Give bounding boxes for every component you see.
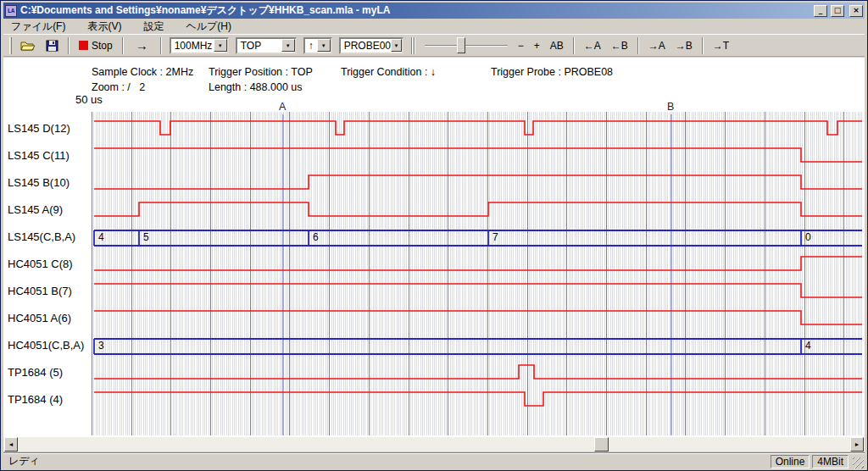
trigger-probe-value: PROBE00 — [344, 40, 391, 52]
scroll-right-icon[interactable]: ► — [850, 437, 864, 452]
horizontal-scrollbar[interactable]: ◄ ► — [3, 437, 865, 452]
trigger-edge-value: ↑ — [309, 40, 314, 52]
set-marker-b-button[interactable]: →B — [670, 37, 698, 54]
menu-view[interactable]: 表示(V) — [87, 19, 121, 34]
chevron-down-icon[interactable]: ▼ — [214, 39, 227, 52]
ab-span-button[interactable]: AB — [545, 37, 569, 54]
floppy-disk-icon — [46, 40, 58, 52]
toolbar-separator — [411, 37, 413, 54]
stop-label: Stop — [92, 40, 113, 52]
trigger-probe-text: Trigger Probe : PROBE08 — [491, 66, 613, 78]
stop-button[interactable]: Stop — [74, 37, 118, 54]
timebase-label: 50 us — [75, 93, 103, 106]
set-marker-a-button[interactable]: →A — [643, 37, 670, 54]
zoom-in-button[interactable]: + — [529, 37, 545, 54]
close-button[interactable]: × — [849, 5, 863, 17]
toolbar-grip — [9, 37, 12, 54]
trigger-position-combo[interactable]: TOP ▼ — [236, 37, 297, 54]
run-button[interactable]: → — [128, 37, 156, 53]
menu-settings[interactable]: 設定 — [143, 19, 164, 34]
length-text: Length : 488.000 us — [209, 81, 303, 93]
sample-clock-text: Sample Clock : 2MHz — [92, 66, 193, 78]
chevron-down-icon[interactable]: ▼ — [391, 39, 402, 52]
toolbar: Stop → 100MHz ▼ TOP ▼ ↑ ▼ PROBE00 ▼ − + … — [3, 34, 865, 57]
zoom-out-button[interactable]: − — [513, 37, 529, 54]
stop-square-icon — [79, 41, 88, 50]
minimize-button[interactable]: _ — [814, 5, 827, 17]
save-button[interactable] — [41, 37, 64, 54]
toolbar-separator — [573, 37, 575, 54]
trigger-probe-combo[interactable]: PROBE00 ▼ — [339, 37, 403, 54]
zoom-slider[interactable] — [425, 36, 508, 55]
trigger-condition-text: Trigger Condition : ↓ — [341, 66, 436, 78]
slider-thumb[interactable] — [457, 37, 465, 53]
menu-help[interactable]: ヘルプ(H) — [186, 19, 231, 34]
chevron-down-icon[interactable]: ▼ — [281, 39, 295, 52]
goto-marker-a-button[interactable]: ←A — [579, 37, 606, 54]
scroll-left-icon[interactable]: ◄ — [4, 437, 18, 452]
toolbar-separator — [68, 37, 70, 54]
chevron-down-icon[interactable]: ▼ — [317, 39, 331, 52]
waveform-grid — [92, 112, 863, 435]
trigger-position-value: TOP — [241, 40, 261, 52]
menubar: ファイル(F) 表示(V) 設定 ヘルプ(H) — [3, 19, 865, 33]
maximize-button[interactable]: □ — [831, 5, 844, 17]
statusbar: レディ Online 4MBit — [3, 452, 865, 469]
status-memory-badge: 4MBit — [812, 455, 849, 468]
zoom-text: Zoom : / 2 — [92, 81, 145, 93]
toolbar-separator — [160, 37, 162, 54]
menu-file[interactable]: ファイル(F) — [11, 19, 65, 34]
toolbar-separator — [637, 37, 639, 54]
app-window: LA C:¥Documents and Settings¥noname¥デスクト… — [0, 0, 868, 471]
slider-track — [425, 45, 508, 47]
toolbar-separator — [702, 37, 704, 54]
open-file-button[interactable] — [15, 37, 41, 54]
window-title: C:¥Documents and Settings¥noname¥デスクトップ¥… — [20, 3, 810, 18]
goto-marker-b-button[interactable]: ←B — [606, 37, 633, 54]
sample-rate-combo[interactable]: 100MHz ▼ — [170, 37, 229, 54]
titlebar[interactable]: LA C:¥Documents and Settings¥noname¥デスクト… — [3, 3, 865, 19]
goto-trigger-button[interactable]: →T — [708, 37, 734, 54]
status-ready-text: レディ — [3, 454, 771, 468]
toolbar-separator — [122, 37, 124, 54]
app-icon: LA — [5, 5, 17, 17]
trigger-position-text: Trigger Position : TOP — [209, 66, 313, 78]
resize-grip[interactable] — [853, 457, 864, 468]
sample-rate-value: 100MHz — [175, 40, 213, 52]
open-folder-icon — [20, 40, 36, 52]
scrollbar-thumb[interactable] — [594, 437, 609, 452]
toolbar-separator — [414, 37, 415, 54]
trigger-edge-combo[interactable]: ↑ ▼ — [303, 37, 332, 54]
status-online-badge: Online — [771, 455, 810, 468]
